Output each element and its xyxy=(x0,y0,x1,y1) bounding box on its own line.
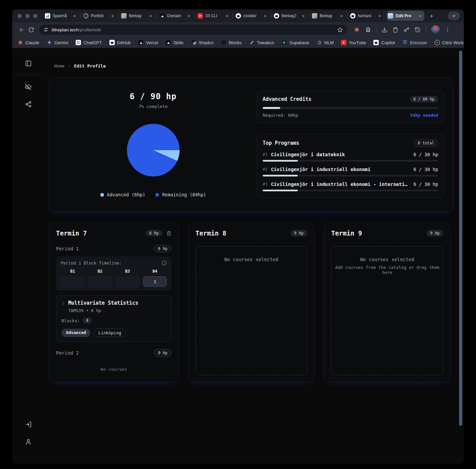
tab-domain[interactable]: Domain xyxy=(158,13,193,19)
new-tab-button[interactable] xyxy=(429,13,434,19)
tab-zoxide[interactable]: zoxide/ xyxy=(234,13,269,19)
bookmark-claude[interactable]: Claude xyxy=(18,40,39,45)
bookmark-label: GitHub xyxy=(117,40,131,45)
credits-pie-chart xyxy=(127,124,180,176)
program-rank: #2 xyxy=(263,167,267,172)
site-settings-icon[interactable] xyxy=(43,27,49,32)
bookmark-skills[interactable]: Skills xyxy=(165,40,183,45)
dropzone-empty-text: No courses selected xyxy=(332,257,443,262)
bookmark-copilot[interactable]: Copilot xyxy=(373,40,395,45)
tab-berkay3[interactable]: Berkay xyxy=(311,13,346,19)
downloads-icon[interactable] xyxy=(381,27,388,33)
profile-avatar[interactable] xyxy=(431,25,440,34)
legend-item-advanced: Advanced (6hp) xyxy=(100,192,146,197)
required-label: Required: 60hp xyxy=(263,113,298,118)
claude-extension-icon[interactable] xyxy=(354,27,360,33)
share-button[interactable] xyxy=(22,98,35,110)
advanced-credits-panel: Advanced Credits 6 / 60 hp Required: 60h… xyxy=(257,90,444,123)
extensions-puzzle-icon[interactable] xyxy=(365,27,371,33)
program-rank: #3 xyxy=(263,182,267,187)
tab-sparma[interactable]: Sparmå xyxy=(44,13,79,19)
bookmark-shadcn[interactable]: Shadcn xyxy=(191,40,214,45)
back-button[interactable] xyxy=(17,25,26,34)
bookmark-citrix[interactable]: Citrix Workspace xyxy=(434,40,464,45)
close-tab-icon[interactable] xyxy=(111,14,115,18)
address-bar[interactable]: litheplan.tech/profile/edit xyxy=(39,25,347,35)
window-controls[interactable] xyxy=(18,14,37,18)
tab-humanize[interactable]: humani xyxy=(349,13,384,19)
close-window-button[interactable] xyxy=(18,14,22,18)
bookmark-chatgpt[interactable]: ChatGPT xyxy=(76,40,102,45)
history-icon[interactable] xyxy=(415,27,421,33)
close-tab-icon[interactable] xyxy=(73,14,77,18)
bookmark-vercel[interactable]: Vercel xyxy=(138,40,158,45)
timeline-block-b2: B2 xyxy=(88,269,112,286)
close-tab-icon[interactable] xyxy=(187,14,192,18)
tab-33cli[interactable]: 33 CLI xyxy=(196,13,231,19)
tab-search-button[interactable] xyxy=(448,11,460,20)
termin-hp-badge: 6 hp xyxy=(146,230,162,237)
dropzone-hint-text: Add courses from the catalog or drag the… xyxy=(332,265,443,275)
program-row: #3 Civilingenjör i industriell ekonomi -… xyxy=(263,182,438,191)
period-2-empty-text: No courses xyxy=(56,367,171,372)
termin-9-card: Termin 9 0 hp No courses selected Add co… xyxy=(324,223,450,382)
close-tab-icon[interactable] xyxy=(418,14,423,18)
vercel-favicon xyxy=(159,13,165,19)
browser-toolbar: litheplan.tech/profile/edit xyxy=(12,22,464,37)
bookmark-star-icon[interactable] xyxy=(337,27,343,33)
tab-title: Portfoli xyxy=(91,13,109,18)
scrollbar-thumb[interactable] xyxy=(459,51,462,426)
breadcrumb-home-link[interactable]: Home xyxy=(54,63,64,68)
termin-title: Termin 7 xyxy=(56,229,146,237)
copilot-icon xyxy=(373,40,379,45)
reload-button[interactable] xyxy=(26,25,36,34)
course-dropzone[interactable]: No courses selected Add courses from the… xyxy=(331,246,443,375)
drag-handle-icon[interactable] xyxy=(61,301,65,313)
bookmark-nlm[interactable]: NLM xyxy=(317,40,334,45)
tab-title: zoxide/ xyxy=(243,13,262,18)
course-card[interactable]: Multivariate Statistics TAMS39 • 6 hp Bl… xyxy=(56,295,171,342)
blocks-icon xyxy=(221,40,227,45)
tab-portfolio[interactable]: Portfoli xyxy=(82,13,117,19)
course-dropzone[interactable]: No courses selected xyxy=(195,246,307,375)
tab-berkay-photo[interactable]: Berkay xyxy=(120,13,155,19)
globe-favicon xyxy=(83,13,88,19)
legend-label: Remaining (84hp) xyxy=(162,192,206,197)
trash-icon[interactable] xyxy=(393,27,398,33)
sidebar-divider xyxy=(12,75,44,75)
course-title: Multivariate Statistics xyxy=(68,300,138,306)
close-tab-icon[interactable] xyxy=(225,14,230,18)
close-tab-icon[interactable] xyxy=(301,14,306,18)
gemini-icon xyxy=(47,40,52,45)
login-button[interactable] xyxy=(22,418,35,431)
bookmark-github[interactable]: GitHub xyxy=(109,40,131,45)
menu-kebab-icon[interactable] xyxy=(445,27,450,32)
github-favicon xyxy=(350,13,355,19)
info-icon[interactable] xyxy=(162,260,167,266)
bookmark-label: Gemini xyxy=(54,40,68,45)
profile-button[interactable] xyxy=(22,436,35,448)
block-timeline: Period 1 Block Timeline: B1 B2 B3 B41 xyxy=(56,256,171,291)
close-tab-icon[interactable] xyxy=(149,14,154,18)
termin-8-card: Termin 8 0 hp No courses selected xyxy=(188,223,314,382)
percent-complete: 7% complete xyxy=(138,104,167,109)
hide-visibility-button[interactable] xyxy=(22,81,35,93)
close-tab-icon[interactable] xyxy=(263,14,268,18)
tab-berkay2[interactable]: Berkay2 xyxy=(272,13,308,19)
bookmark-blocks[interactable]: Blocks xyxy=(221,40,242,45)
tab-edit-profile-active[interactable]: Edit Pro xyxy=(387,11,424,21)
delete-termin-button[interactable] xyxy=(166,231,171,236)
bookmark-supabase[interactable]: Supabase xyxy=(282,40,309,45)
period-1-hp-badge: 6 hp xyxy=(154,245,171,252)
program-name: Civilingenjör i industriell ekonomi - in… xyxy=(271,182,410,187)
close-tab-icon[interactable] xyxy=(340,14,344,18)
close-tab-icon[interactable] xyxy=(378,14,382,18)
bookmark-youtube[interactable]: YouTube xyxy=(341,40,366,45)
bookmark-ericsson[interactable]: Ericsson xyxy=(402,40,427,45)
maximize-window-button[interactable] xyxy=(33,14,37,18)
panel-toggle-button[interactable] xyxy=(22,57,35,70)
bookmark-gemini[interactable]: Gemini xyxy=(47,40,68,45)
passwords-key-icon[interactable] xyxy=(403,27,409,33)
minimize-window-button[interactable] xyxy=(25,14,30,18)
bookmark-tweakcn[interactable]: Tweakcn xyxy=(249,40,274,45)
